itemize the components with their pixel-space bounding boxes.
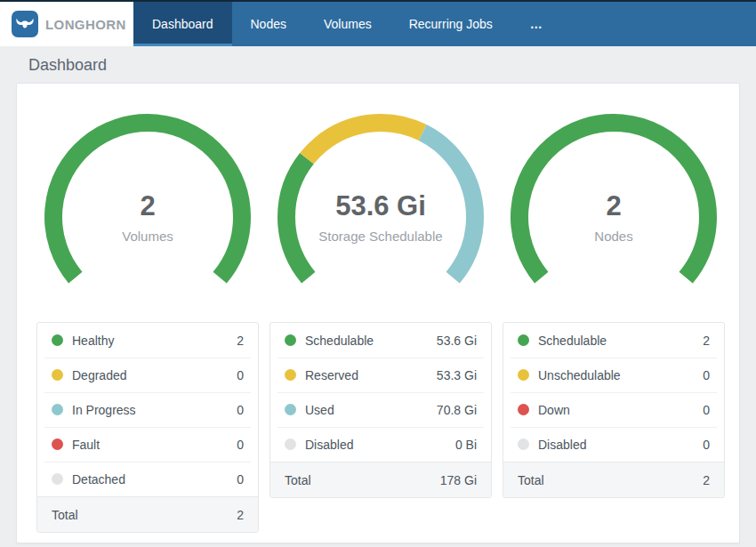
brand-name: LONGHORN — [45, 17, 126, 32]
gauge-segment-schedulable — [276, 107, 486, 311]
gauge-segment-used — [276, 107, 486, 311]
legend-color-dot-yellow — [52, 369, 63, 381]
legend-total-label: Total — [285, 473, 440, 487]
legend-label: Schedulable — [538, 334, 703, 348]
legend-total-label: Total — [52, 508, 237, 522]
legend-value: 0 — [237, 438, 244, 452]
legend-row-degraded: Degraded0 — [37, 358, 258, 392]
legend-color-dot-teal — [52, 404, 63, 415]
legend-label: Reserved — [305, 368, 437, 382]
legend-row-healthy: Healthy2 — [37, 323, 258, 358]
legend-label: Down — [538, 403, 703, 417]
panel-nodes: 2NodesSchedulable2Unschedulable0Down0Dis… — [503, 101, 725, 533]
legend-total-value: 178 Gi — [440, 473, 477, 487]
top-navbar: LONGHORN Dashboard Nodes Volumes Recurri… — [0, 2, 756, 46]
dashboard-card: 2VolumesHealthy2Degraded0In Progress0Fau… — [16, 83, 740, 543]
nodes-gauge: 2Nodes — [509, 107, 719, 311]
legend-color-dot-gray — [52, 473, 63, 485]
volumes-legend-table: Healthy2Degraded0In Progress0Fault0Detac… — [36, 322, 259, 533]
panel-storage-schedulable: 53.6 GiStorage SchedulableSchedulable53.… — [269, 101, 492, 533]
legend-row-disabled: Disabled0 Bi — [270, 427, 491, 462]
longhorn-bull-icon — [12, 11, 38, 37]
legend-label: Fault — [72, 438, 237, 452]
legend-color-dot-gray — [518, 438, 529, 450]
legend-value: 0 — [703, 438, 710, 452]
volumes-gauge: 2Volumes — [43, 107, 253, 311]
legend-row-detached: Detached0 — [37, 462, 258, 496]
legend-value: 0 Bi — [455, 438, 477, 452]
legend-color-dot-green — [52, 334, 63, 346]
legend-value: 53.6 Gi — [437, 334, 477, 348]
legend-total-row: Total2 — [37, 496, 258, 532]
nav-tab-dashboard[interactable]: Dashboard — [133, 2, 232, 46]
legend-label: Unschedulable — [538, 368, 703, 382]
legend-value: 70.8 Gi — [437, 403, 477, 417]
nav-more-ellipsis[interactable]: … — [511, 2, 563, 46]
page-title: Dashboard — [0, 46, 756, 83]
legend-row-down: Down0 — [503, 392, 724, 427]
legend-label: Disabled — [305, 438, 455, 452]
legend-total-row: Total2 — [503, 462, 724, 497]
legend-value: 0 — [703, 403, 710, 417]
legend-total-row: Total178 Gi — [270, 462, 491, 497]
legend-label: Schedulable — [305, 334, 437, 348]
legend-color-dot-red — [518, 404, 529, 415]
legend-total-label: Total — [518, 473, 703, 487]
legend-color-dot-red — [52, 438, 63, 450]
legend-total-value: 2 — [703, 473, 710, 487]
legend-total-value: 2 — [237, 508, 244, 522]
gauge-segment-schedulable — [509, 107, 719, 311]
legend-row-fault: Fault0 — [37, 427, 258, 462]
nodes-legend-table: Schedulable2Unschedulable0Down0Disabled0… — [503, 322, 725, 498]
legend-label: Used — [305, 403, 437, 417]
storage-schedulable-gauge: 53.6 GiStorage Schedulable — [276, 107, 486, 311]
legend-row-in-progress: In Progress0 — [37, 392, 258, 427]
legend-row-reserved: Reserved53.3 Gi — [270, 358, 491, 392]
nodes-gauge-chart — [509, 107, 719, 311]
nav-tab-recurring-jobs[interactable]: Recurring Jobs — [390, 2, 511, 46]
volumes-gauge-chart — [43, 107, 253, 311]
legend-label: Disabled — [538, 438, 703, 452]
gauge-segment-healthy — [43, 107, 253, 311]
main-nav: Dashboard Nodes Volumes Recurring Jobs … — [133, 2, 563, 46]
legend-label: In Progress — [72, 403, 237, 417]
legend-value: 0 — [237, 403, 244, 417]
legend-value: 2 — [237, 334, 244, 348]
legend-label: Degraded — [72, 368, 237, 382]
nav-tab-volumes[interactable]: Volumes — [305, 2, 390, 46]
legend-row-schedulable: Schedulable2 — [503, 323, 724, 358]
legend-value: 0 — [237, 472, 244, 487]
legend-color-dot-yellow — [518, 369, 529, 381]
legend-row-unschedulable: Unschedulable0 — [503, 358, 724, 392]
legend-label: Healthy — [72, 334, 237, 348]
legend-color-dot-yellow — [285, 369, 296, 381]
legend-value: 0 — [237, 368, 244, 382]
legend-label: Detached — [72, 472, 237, 487]
legend-color-dot-teal — [285, 404, 296, 415]
legend-value: 53.3 Gi — [437, 368, 477, 382]
legend-row-disabled: Disabled0 — [503, 427, 724, 462]
panels-grid: 2VolumesHealthy2Degraded0In Progress0Fau… — [36, 101, 720, 533]
nav-tab-nodes[interactable]: Nodes — [232, 2, 305, 46]
storage-schedulable-legend-table: Schedulable53.6 GiReserved53.3 GiUsed70.… — [269, 322, 492, 498]
storage-schedulable-gauge-chart — [276, 107, 486, 311]
brand-logo[interactable]: LONGHORN — [0, 2, 133, 46]
legend-value: 0 — [703, 368, 710, 382]
gauge-segment-reserved — [276, 107, 486, 311]
legend-row-used: Used70.8 Gi — [270, 392, 491, 427]
legend-color-dot-green — [518, 334, 529, 346]
legend-value: 2 — [703, 334, 710, 348]
panel-volumes: 2VolumesHealthy2Degraded0In Progress0Fau… — [36, 101, 259, 533]
legend-color-dot-gray — [285, 438, 296, 450]
legend-color-dot-green — [285, 334, 296, 346]
legend-row-schedulable: Schedulable53.6 Gi — [270, 323, 491, 358]
